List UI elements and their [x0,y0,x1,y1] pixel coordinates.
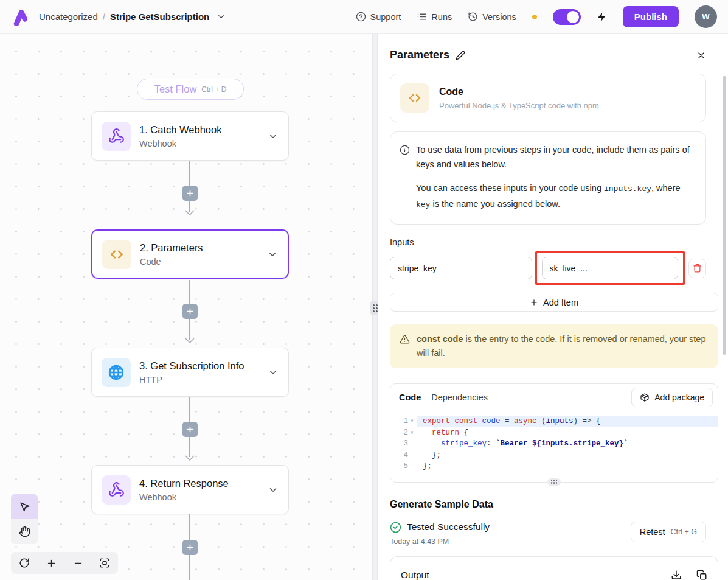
step-type-name: Code [439,86,599,97]
delete-input-button[interactable] [688,259,706,278]
support-button[interactable]: Support [356,12,401,22]
sample-data-heading: Generate Sample Data [390,499,706,510]
test-flow-shortcut: Ctrl + D [201,85,226,94]
code-icon [102,240,131,269]
warning-note: const code is the entry to the code. If … [390,324,718,368]
output-heading: Output [401,570,429,580]
code-line[interactable]: 1∨export const code = async (inputs) => … [390,416,718,427]
app-logo-icon[interactable] [12,9,29,26]
zoom-out-button[interactable] [68,554,88,572]
toggle-knob [567,11,579,23]
code-line[interactable]: 3 stripe_key: `Bearer ${inputs.stripe_ke… [390,438,718,450]
add-package-label: Add package [654,393,704,402]
node-parameters[interactable]: 2. Parameters Code [91,229,289,279]
code-line[interactable]: 4 }; [390,450,718,461]
plus-icon [186,425,194,433]
info-paragraph-1: To use data from previous steps in your … [416,145,690,169]
info-icon [400,145,410,155]
inline-code: inputs.key [604,184,651,194]
add-step-button[interactable] [182,540,198,555]
editor-resize-handle[interactable] [547,478,561,486]
lightning-icon[interactable] [597,11,607,23]
info-p2-mid: , where [651,183,681,193]
plus-icon [186,307,194,315]
zoom-in-button[interactable] [41,554,61,572]
step-type-text: Code Powerful Node.js & TypeScript code … [439,86,599,110]
plus-icon [186,543,194,551]
add-package-button[interactable]: Add package [631,388,713,407]
flow-enabled-toggle[interactable] [553,9,581,25]
select-tool-button[interactable] [11,494,38,519]
versions-label: Versions [482,12,516,22]
connector-arrow-icon [185,210,195,215]
node-return-response[interactable]: 4. Return Response Webhook [91,465,289,514]
panel-resize-strip[interactable] [372,34,378,580]
flow-menu-button[interactable] [217,12,226,21]
versions-button[interactable]: Versions [468,12,516,22]
node-collapse-button[interactable] [267,249,278,260]
input-key-field[interactable] [390,257,532,279]
add-step-button[interactable] [182,186,198,201]
runs-button[interactable]: Runs [417,12,452,22]
breadcrumb-category[interactable]: Uncategorized [39,12,98,22]
download-output-button[interactable] [671,570,682,580]
webhook-icon [102,122,131,151]
node-subtitle: Webhook [139,492,259,502]
connector-arrow-icon [185,455,195,461]
node-get-subscription-info[interactable]: 3. Get Subscription Info HTTP [91,348,289,397]
node-collapse-button[interactable] [268,484,279,495]
info-note: To use data from previous steps in your … [390,131,706,225]
retest-button[interactable]: Retest Ctrl + G [631,522,706,542]
node-title: 1. Catch Webhook [139,124,259,136]
plus-icon [530,298,538,307]
avatar[interactable]: W [695,5,717,28]
unsaved-status-dot [532,15,537,19]
code-icon [400,83,429,113]
tab-dependencies[interactable]: Dependencies [431,393,488,402]
code-lines[interactable]: 1∨export const code = async (inputs) => … [390,411,718,482]
publish-button[interactable]: Publish [623,6,679,27]
top-bar: Uncategorized / Stripe GetSubscription S… [0,0,728,34]
flow-canvas[interactable]: Test Flow Ctrl + D 1. Catch Webhook Webh… [0,34,372,580]
canvas-tool-column [11,494,38,544]
inline-code: key [416,200,430,209]
retest-shortcut: Ctrl + G [671,528,697,536]
close-panel-button[interactable] [696,51,706,60]
warning-triangle-icon [400,334,410,344]
input-pair-row [390,251,706,285]
fit-view-button[interactable] [94,554,115,572]
tab-code[interactable]: Code [399,393,421,402]
panel-scrollbar[interactable] [723,76,726,355]
reset-view-button[interactable] [14,554,35,572]
copy-icon [696,570,707,580]
node-collapse-button[interactable] [268,131,279,142]
chevron-down-icon [217,12,226,21]
node-collapse-button[interactable] [268,367,279,378]
runs-label: Runs [431,12,452,22]
trash-icon [693,264,702,273]
support-label: Support [370,12,401,22]
add-step-button[interactable] [182,304,198,319]
add-item-button[interactable]: Add Item [390,293,718,312]
node-catch-webhook[interactable]: 1. Catch Webhook Webhook [91,111,289,161]
add-step-button[interactable] [182,422,198,437]
input-value-field[interactable] [542,257,679,279]
step-type-card[interactable]: Code Powerful Node.js & TypeScript code … [390,74,706,122]
annotation-highlight [535,251,686,285]
panel-header: Parameters [390,49,706,61]
rename-step-button[interactable] [456,51,465,60]
connector-arrow-icon [185,338,195,343]
pan-tool-button[interactable] [11,519,38,544]
step-type-description: Powerful Node.js & TypeScript code with … [439,101,599,110]
code-line[interactable]: 5}; [390,461,718,472]
inputs-label: Inputs [390,237,706,247]
canvas-zoom-toolbar [11,552,118,574]
copy-output-button[interactable] [696,570,707,580]
code-line[interactable]: 2∨ return { [390,427,718,439]
test-status-row: Tested Successfully Today at 4:43 PM Ret… [390,522,706,546]
test-flow-button[interactable]: Test Flow Ctrl + D [137,79,244,100]
output-actions [671,570,707,580]
check-circle-icon [390,522,401,533]
breadcrumb-flow-name[interactable]: Stripe GetSubscription [110,12,209,22]
chevron-down-icon [268,367,279,378]
